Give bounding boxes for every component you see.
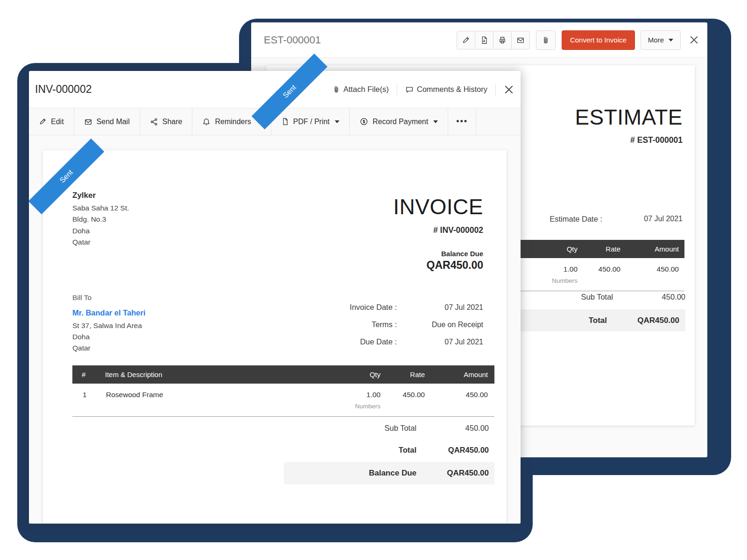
more-button[interactable]: More bbox=[641, 30, 681, 50]
invoice-date-value: 07 Jul 2021 bbox=[397, 303, 483, 312]
item-cell: Rosewood Frame bbox=[106, 391, 334, 399]
estimate-doc-type: ESTIMATE bbox=[575, 105, 683, 130]
invoice-title: INV-000002 bbox=[35, 83, 92, 96]
due-date-row: Due Date : 07 Jul 2021 bbox=[43, 337, 483, 346]
amount-cell: 450.00 bbox=[620, 265, 684, 273]
edit-label: Edit bbox=[51, 118, 64, 126]
estimate-subtotal-row: Sub Total 450.00 bbox=[581, 293, 686, 301]
envelope-icon bbox=[516, 36, 525, 44]
company-address-line: Doha bbox=[72, 225, 129, 237]
edit-button[interactable] bbox=[457, 31, 475, 49]
num-header: # bbox=[72, 371, 105, 378]
rate-cell: 450.00 bbox=[381, 391, 425, 399]
due-date-value: 07 Jul 2021 bbox=[397, 338, 483, 346]
pdf-file-icon bbox=[281, 118, 289, 126]
company-name: Zylker bbox=[72, 190, 129, 202]
send-mail-button[interactable] bbox=[511, 31, 529, 49]
company-address-line: Bldg. No.3 bbox=[72, 214, 129, 225]
estimate-title: EST-000001 bbox=[264, 34, 321, 46]
invoice-doc-type: INVOICE bbox=[393, 194, 483, 219]
item-header: Item & Description bbox=[105, 371, 334, 378]
close-icon bbox=[505, 85, 513, 94]
subtotal-value: 450.00 bbox=[613, 293, 685, 301]
qty-cell: 1.00 Numbers bbox=[535, 265, 578, 284]
company-block: Zylker Saba Saha 12 St. Bldg. No.3 Doha … bbox=[72, 190, 129, 248]
print-button[interactable] bbox=[493, 31, 511, 49]
estimate-header: EST-000001 Convert to bbox=[251, 22, 707, 58]
divider bbox=[397, 84, 397, 96]
reminders-label: Reminders bbox=[215, 118, 251, 126]
speech-bubble-icon bbox=[405, 85, 414, 94]
unit-value: Numbers bbox=[535, 277, 578, 284]
invoice-page: Sent Zylker Saba Saha 12 St. Bldg. No.3 … bbox=[43, 150, 507, 524]
pdf-print-button[interactable]: PDF / Print bbox=[271, 108, 350, 135]
paperclip-icon bbox=[542, 36, 550, 44]
num-cell: 1 bbox=[72, 391, 106, 399]
invoice-table-row: 1 Rosewood Frame 1.00 Numbers 450.00 450… bbox=[72, 384, 494, 417]
send-mail-label: Send Mail bbox=[97, 118, 130, 126]
convert-to-invoice-label: Convert to Invoice bbox=[570, 36, 627, 44]
qty-value: 1.00 bbox=[366, 391, 381, 399]
chevron-down-icon bbox=[335, 120, 339, 123]
pencil-icon bbox=[462, 36, 470, 44]
invoice-total-row: Total QAR450.00 bbox=[399, 446, 489, 455]
divider bbox=[495, 84, 496, 96]
total-value: QAR450.00 bbox=[607, 316, 679, 325]
send-mail-button[interactable]: Send Mail bbox=[74, 108, 140, 135]
amount-header: Amount bbox=[425, 371, 494, 378]
paperclip-icon bbox=[332, 85, 340, 93]
invoice-date-label: Invoice Date : bbox=[350, 303, 397, 312]
estimate-date-label: Estimate Date : bbox=[550, 215, 602, 224]
balance-value: QAR450.00 bbox=[416, 469, 489, 478]
share-button[interactable]: Share bbox=[140, 108, 193, 135]
pencil-icon bbox=[39, 118, 47, 126]
chevron-down-icon bbox=[669, 39, 673, 42]
invoice-items-table: # Item & Description Qty Rate Amount 1 R… bbox=[72, 365, 494, 417]
close-icon bbox=[690, 36, 698, 44]
terms-value: Due on Receipt bbox=[397, 321, 483, 329]
rate-header: Rate bbox=[578, 245, 620, 253]
estimate-close-button[interactable] bbox=[690, 36, 698, 44]
invoice-body: Sent Zylker Saba Saha 12 St. Bldg. No.3 … bbox=[29, 135, 521, 524]
convert-to-invoice-button[interactable]: Convert to Invoice bbox=[562, 30, 635, 50]
amount-header: Amount bbox=[620, 245, 684, 253]
more-label: More bbox=[648, 36, 664, 44]
subtotal-value: 450.00 bbox=[416, 424, 489, 433]
printer-icon bbox=[498, 36, 507, 44]
envelope-icon bbox=[84, 118, 92, 126]
share-nodes-icon bbox=[150, 118, 158, 126]
bill-to-label: Bill To bbox=[72, 294, 92, 302]
unit-value: Numbers bbox=[334, 403, 381, 410]
balance-due-value: QAR450.00 bbox=[427, 259, 483, 272]
record-payment-button[interactable]: Record Payment bbox=[350, 108, 448, 135]
invoice-date-row: Invoice Date : 07 Jul 2021 bbox=[43, 303, 483, 312]
qty-header: Qty bbox=[334, 371, 381, 378]
attach-files-action[interactable]: Attach File(s) bbox=[332, 85, 389, 94]
record-payment-label: Record Payment bbox=[373, 118, 428, 126]
balance-label: Balance Due bbox=[369, 469, 416, 478]
attach-file-button[interactable] bbox=[536, 30, 556, 50]
invoice-window: INV-000002 Attach File(s) Comments & His… bbox=[29, 71, 521, 524]
invoice-balance-due-row: Balance Due QAR450.00 bbox=[284, 462, 494, 484]
terms-label: Terms : bbox=[372, 320, 397, 329]
rate-header: Rate bbox=[381, 371, 425, 378]
export-pdf-button[interactable] bbox=[475, 31, 493, 49]
invoice-close-button[interactable] bbox=[505, 85, 513, 94]
qty-header: Qty bbox=[535, 245, 578, 253]
qty-cell: 1.00 Numbers bbox=[334, 391, 381, 410]
more-options-button[interactable]: ••• bbox=[448, 108, 476, 135]
share-label: Share bbox=[162, 118, 183, 126]
screenshot-stage: EST-000001 Convert to bbox=[0, 0, 747, 560]
invoice-table-header: # Item & Description Qty Rate Amount bbox=[72, 365, 494, 384]
invoice-meta-block: Invoice Date : 07 Jul 2021 Terms : Due o… bbox=[43, 303, 483, 355]
estimate-date-value: 07 Jul 2021 bbox=[602, 215, 683, 224]
qty-value: 1.00 bbox=[564, 265, 578, 273]
subtotal-label: Sub Total bbox=[385, 424, 417, 433]
total-label: Total bbox=[589, 316, 607, 325]
edit-button[interactable]: Edit bbox=[29, 108, 74, 135]
comments-history-label: Comments & History bbox=[417, 85, 487, 94]
ellipsis-icon: ••• bbox=[456, 117, 468, 126]
comments-history-action[interactable]: Comments & History bbox=[405, 85, 487, 94]
total-label: Total bbox=[399, 446, 416, 455]
estimate-icon-button-group bbox=[457, 31, 530, 49]
